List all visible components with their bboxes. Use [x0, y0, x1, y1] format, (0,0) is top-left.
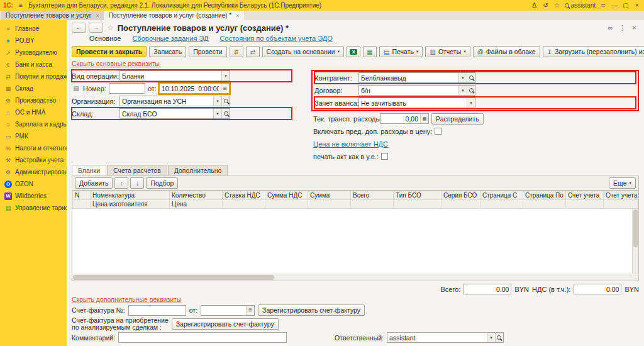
minimize-button[interactable]: — [611, 2, 618, 9]
back-button[interactable]: ← [72, 23, 86, 33]
dropdown-button[interactable]: ▾ [458, 86, 467, 95]
hamburger-menu-icon[interactable]: ≡ [17, 2, 25, 9]
sidebar-item-os-i-nma[interactable]: ⌂ОС и НМА [0, 106, 67, 118]
scrollbar-thumb[interactable] [633, 209, 638, 247]
col-summa-nds[interactable]: Сумма НДС [265, 191, 308, 200]
favorite-star-icon[interactable]: ☆ [107, 23, 114, 32]
include-costs-checkbox[interactable] [435, 128, 441, 135]
choose-button[interactable] [495, 333, 503, 342]
post-and-close-button[interactable]: Провести и закрыть [72, 46, 147, 57]
transport-costs-input[interactable] [380, 114, 420, 123]
scrollbar-thumb[interactable] [73, 275, 274, 280]
sidebar-item-bank-i-kassa[interactable]: €Банк и касса [0, 59, 67, 70]
choose-button[interactable] [221, 109, 230, 118]
close-tab-icon[interactable]: × [96, 13, 99, 19]
add-row-button[interactable]: Добавить [75, 177, 113, 189]
col-tsena[interactable]: Цена [170, 200, 223, 209]
more-menu-icon[interactable]: ⋮ [618, 24, 627, 32]
number-input[interactable] [109, 84, 145, 93]
write-button[interactable]: Записать [149, 46, 186, 57]
hide-additional-requisites-link[interactable]: Скрыть дополнительные реквизиты [72, 296, 181, 303]
sidebar-item-po-by[interactable]: ∗PO.BY [0, 35, 67, 47]
sidebar-item-sklad[interactable]: ▦Склад [0, 82, 67, 94]
sidebar-item-nastroyki-ucheta[interactable]: ⚒Настройки учета [0, 154, 67, 166]
date-input[interactable] [160, 84, 221, 93]
col-schet-ucheta-nds[interactable]: Счет учета НДС [604, 191, 638, 200]
sidebar-item-upravlenie-tarifom[interactable]: ▤Управление тарифом [0, 202, 67, 214]
get-link-icon[interactable]: ∞ [606, 24, 615, 31]
register-purchase-invoice-button[interactable]: Зарегистрировать счет-фактуру [172, 318, 279, 330]
dropdown-button[interactable]: ▾ [487, 333, 495, 342]
table-more-button[interactable]: Еще▾ [609, 177, 636, 189]
horizontal-scrollbar[interactable] [72, 274, 638, 281]
counterparty-input[interactable] [359, 73, 458, 82]
window-tab-document[interactable]: Поступление товаров и услуг (создание) *… [104, 11, 244, 20]
print-button[interactable]: ▤Печать▾ [379, 46, 423, 57]
contract-input[interactable] [359, 86, 458, 95]
nav-item-edo-states[interactable]: Состояния по объектам учета ЭДО [220, 35, 333, 42]
move-down-button[interactable]: ↓ [130, 177, 144, 189]
choose-button[interactable] [221, 96, 230, 106]
sidebar-item-pokupki-i-prodazhi[interactable]: ⇄Покупки и продажи [0, 70, 67, 82]
choose-button[interactable] [467, 86, 475, 95]
close-window-button[interactable]: × [633, 2, 641, 9]
sidebar-item-nalogi-i-otchetnost[interactable]: %Налоги и отчетность [0, 142, 67, 154]
dropdown-button[interactable]: ▾ [221, 71, 230, 81]
sidebar-item-rukovoditelyu[interactable]: ↗Руководителю [0, 47, 67, 59]
dropdown-button[interactable]: ▾ [458, 73, 467, 82]
invoice-date-input[interactable] [201, 306, 246, 315]
invoice-number-input[interactable] [129, 306, 186, 315]
price-vat-link[interactable]: Цена не включает НДС [313, 140, 388, 148]
col-seriya-bso[interactable]: Серия БСО [441, 191, 480, 200]
pick-button[interactable]: Подбор [146, 177, 178, 189]
create-based-on-button[interactable]: Создать на основании▾ [262, 46, 344, 57]
distribute-button[interactable]: Распределить [431, 113, 484, 125]
col-schet-ucheta[interactable]: Счет учета [566, 191, 604, 200]
calendar-icon[interactable]: ⊞ [246, 306, 254, 315]
cloud-files-button[interactable]: @Файлы в облаке [473, 46, 540, 57]
reports-button[interactable]: ▥Отчеты▾ [425, 46, 470, 57]
operation-type-input[interactable] [120, 71, 221, 81]
sidebar-item-zarplata-i-kadry[interactable]: ☺Зарплата и кадры [0, 118, 67, 130]
sidebar-item-wildberries[interactable]: WWildberries [0, 190, 67, 202]
post-button[interactable]: Провести [189, 46, 226, 57]
tab-scheta-raschetov[interactable]: Счета расчетов [107, 165, 167, 176]
restore-button[interactable]: ▢ [622, 2, 630, 9]
print-act-checkbox[interactable] [381, 153, 388, 160]
hide-main-requisites-link[interactable]: Скрыть основные реквизиты [72, 60, 160, 67]
calendar-icon[interactable]: ⊞ [221, 84, 229, 93]
vertical-scrollbar[interactable] [632, 209, 638, 274]
sidebar-item-proizvodstvo[interactable]: ⚙Производство [0, 94, 67, 106]
comment-input[interactable] [119, 333, 286, 342]
col-summa[interactable]: Сумма [308, 191, 351, 200]
dropdown-button[interactable]: ▾ [213, 109, 221, 118]
nav-item-assembly-tasks[interactable]: Сборочные задания ЭД [132, 35, 208, 42]
col-stranitsa-s[interactable]: Страница С [480, 191, 523, 200]
col-stavka-nds[interactable]: Ставка НДС [223, 191, 265, 200]
dropdown-button[interactable]: ▾ [213, 96, 221, 106]
load-from-file-button[interactable]: ↧Загрузить (перезаполнить) из файла [543, 46, 644, 57]
favorites-star-icon[interactable]: ☆ [553, 2, 561, 9]
close-form-icon[interactable]: × [630, 24, 639, 31]
collaboration-icon[interactable]: ≂ [599, 2, 607, 9]
calculator-icon[interactable]: ▦ [420, 114, 428, 123]
col-tsena-izgotovitelya[interactable]: Цена изготовителя [91, 200, 170, 209]
forward-button[interactable]: → [89, 23, 103, 33]
tab-dopolnitelno[interactable]: Дополнительно [168, 165, 228, 176]
sidebar-item-rmk[interactable]: ▭РМК [0, 130, 67, 142]
warehouse-input[interactable] [120, 109, 213, 118]
responsible-input[interactable] [387, 333, 487, 342]
sidebar-item-glavnoe[interactable]: ≡Главное [0, 23, 67, 35]
total-input[interactable] [464, 284, 511, 294]
close-tab-icon[interactable]: × [236, 13, 239, 19]
sidebar-item-administrirovanie[interactable]: ⚙Администрирование [0, 166, 67, 178]
col-tip-bso[interactable]: Тип БСО [394, 191, 441, 200]
edi-button[interactable]: X [347, 46, 360, 57]
dropdown-button[interactable]: ▾ [467, 98, 475, 108]
col-kolichestvo[interactable]: Количество [170, 191, 223, 200]
search-control[interactable]: assistant [565, 2, 596, 9]
structure-button[interactable]: ⇄ [246, 46, 260, 57]
sidebar-item-ozon[interactable]: OOZON [0, 178, 67, 190]
nav-item-main[interactable]: Основное [89, 35, 121, 42]
choose-button[interactable] [467, 73, 475, 82]
